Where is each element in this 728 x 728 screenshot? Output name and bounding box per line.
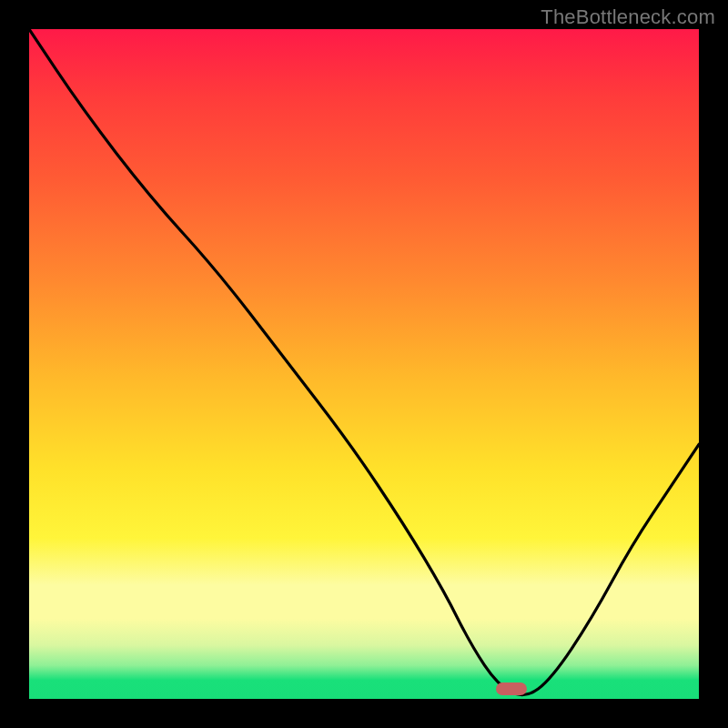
plot-frame bbox=[29, 29, 699, 699]
chart-stage: TheBottleneck.com bbox=[0, 0, 728, 728]
optimum-marker bbox=[496, 682, 527, 695]
curve-layer bbox=[29, 29, 699, 699]
bottleneck-curve bbox=[29, 29, 699, 695]
watermark-text: TheBottleneck.com bbox=[541, 5, 715, 29]
